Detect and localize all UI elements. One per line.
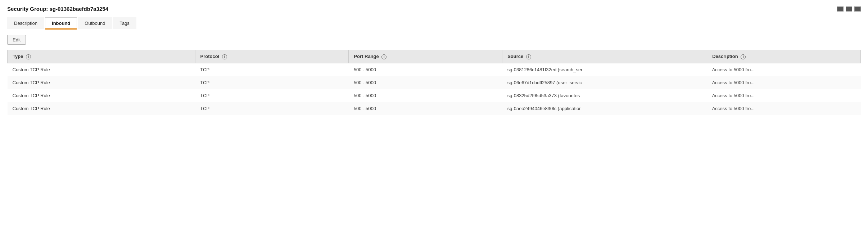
- inbound-rules-table: Type i Protocol i Port Range i Source i …: [7, 50, 861, 115]
- cell-port_range: 500 - 5000: [349, 102, 502, 115]
- cell-port_range: 500 - 5000: [349, 76, 502, 89]
- table-row: Custom TCP RuleTCP500 - 5000sg-0381286c1…: [8, 63, 861, 76]
- tab-outbound[interactable]: Outbound: [78, 17, 112, 29]
- protocol-info-icon[interactable]: i: [222, 54, 227, 59]
- tab-tags[interactable]: Tags: [113, 17, 136, 29]
- tab-bar: Description Inbound Outbound Tags: [7, 17, 861, 29]
- col-header-type: Type i: [8, 50, 195, 63]
- tab-inbound[interactable]: Inbound: [45, 17, 77, 29]
- table-header-row: Type i Protocol i Port Range i Source i …: [8, 50, 861, 63]
- cell-source: sg-0381286c1481f32ed (search_ser: [502, 63, 707, 76]
- cell-source: sg-06e67d1cbdff25897 (user_servic: [502, 76, 707, 89]
- edit-button[interactable]: Edit: [7, 35, 26, 45]
- table-row: Custom TCP RuleTCP500 - 5000sg-08325d2f9…: [8, 89, 861, 102]
- maximize-icon[interactable]: [837, 6, 844, 12]
- source-info-icon[interactable]: i: [526, 54, 531, 59]
- cell-type: Custom TCP Rule: [8, 76, 195, 89]
- cell-source: sg-0aea2494046e830fc (applicatior: [502, 102, 707, 115]
- type-info-icon[interactable]: i: [26, 54, 31, 59]
- cell-source: sg-08325d2f95d53a373 (favourites_: [502, 89, 707, 102]
- tab-description[interactable]: Description: [7, 17, 44, 29]
- col-header-source: Source i: [502, 50, 707, 63]
- page-header: Security Group: sg-01362baefdb7a3254: [7, 6, 861, 12]
- table-row: Custom TCP RuleTCP500 - 5000sg-0aea24940…: [8, 102, 861, 115]
- cell-port_range: 500 - 5000: [349, 63, 502, 76]
- table-row: Custom TCP RuleTCP500 - 5000sg-06e67d1cb…: [8, 76, 861, 89]
- cell-port_range: 500 - 5000: [349, 89, 502, 102]
- cell-protocol: TCP: [195, 63, 349, 76]
- cell-description: Access to 5000 fro...: [707, 76, 861, 89]
- cell-type: Custom TCP Rule: [8, 63, 195, 76]
- cell-protocol: TCP: [195, 76, 349, 89]
- cell-type: Custom TCP Rule: [8, 102, 195, 115]
- restore-icon[interactable]: [846, 6, 852, 12]
- cell-description: Access to 5000 fro...: [707, 102, 861, 115]
- col-header-protocol: Protocol i: [195, 50, 349, 63]
- cell-protocol: TCP: [195, 89, 349, 102]
- cell-description: Access to 5000 fro...: [707, 89, 861, 102]
- description-info-icon[interactable]: i: [741, 54, 746, 59]
- minimize-icon[interactable]: [854, 6, 861, 12]
- cell-description: Access to 5000 fro...: [707, 63, 861, 76]
- cell-type: Custom TCP Rule: [8, 89, 195, 102]
- cell-protocol: TCP: [195, 102, 349, 115]
- col-header-description: Description i: [707, 50, 861, 63]
- col-header-port-range: Port Range i: [349, 50, 502, 63]
- port-range-info-icon[interactable]: i: [381, 54, 386, 59]
- window-controls: [837, 6, 861, 12]
- page-title: Security Group: sg-01362baefdb7a3254: [7, 6, 108, 12]
